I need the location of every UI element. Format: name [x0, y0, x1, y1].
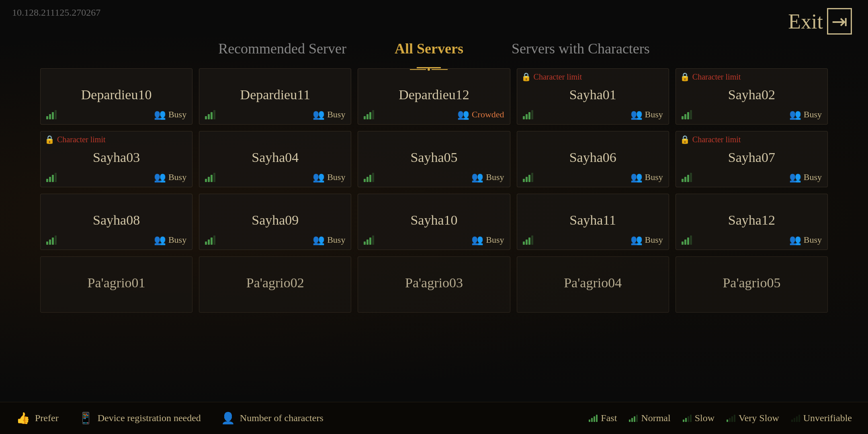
speed-normal: Normal [629, 413, 670, 424]
status-icon: 👥 [471, 172, 483, 183]
exit-button[interactable]: Exit ⇥ [788, 8, 852, 35]
lock-icon: 🔒 [521, 72, 531, 82]
signal-bars [205, 235, 215, 245]
tab-servers-with-characters[interactable]: Servers with Characters [487, 32, 674, 65]
legend-bar: 👍 Prefer 📱 Device registration needed 👤 … [0, 402, 868, 434]
signal-bars [523, 235, 533, 245]
status-icon: 👥 [789, 234, 801, 246]
status-text: Busy [645, 235, 663, 245]
server-name: Sayha09 [252, 213, 299, 228]
server-card-sayha02[interactable]: 🔒 Character limit Sayha02 👥 Busy [676, 68, 828, 125]
status-text: Busy [168, 172, 186, 182]
server-footer: 👥 Busy [46, 172, 186, 183]
server-footer: 👥 Busy [205, 234, 345, 246]
speed-very-slow: Very Slow [727, 413, 779, 424]
device-reg-icon: 📱 [79, 411, 93, 425]
server-card-sayha11[interactable]: Sayha11 👥 Busy [517, 194, 669, 250]
server-card-paagrio03[interactable]: Pa'agrio03 [358, 256, 510, 313]
server-footer: 👥 Busy [682, 234, 822, 246]
num-chars-icon: 👤 [221, 411, 235, 425]
server-name: Depardieu11 [240, 87, 310, 102]
server-status: 👥 Busy [631, 234, 663, 246]
server-card-sayha07[interactable]: 🔒 Character limit Sayha07 👥 Busy [676, 131, 828, 187]
server-footer: 👥 Busy [523, 234, 663, 246]
server-status: 👥 Busy [154, 172, 186, 183]
server-card-depardieu10[interactable]: Depardieu10 👥 Busy [40, 68, 192, 125]
server-footer: 👥 Busy [46, 109, 186, 120]
server-card-paagrio05[interactable]: Pa'agrio05 [676, 256, 828, 313]
server-status: 👥 Busy [154, 109, 186, 120]
tab-all-servers[interactable]: All Servers [371, 32, 487, 65]
server-card-paagrio01[interactable]: Pa'agrio01 [40, 256, 192, 313]
fast-bars [589, 415, 598, 422]
server-name: Sayha05 [410, 150, 457, 165]
lock-icon: 🔒 [680, 72, 690, 82]
signal-bars [205, 173, 215, 182]
server-card-sayha01[interactable]: 🔒 Character limit Sayha01 👥 Busy [517, 68, 669, 125]
server-status: 👥 Busy [154, 234, 186, 246]
server-card-sayha08[interactable]: Sayha08 👥 Busy [40, 194, 192, 250]
server-card-sayha05[interactable]: Sayha05 👥 Busy [358, 131, 510, 187]
signal-bars [364, 110, 374, 119]
server-card-sayha09[interactable]: Sayha09 👥 Busy [199, 194, 351, 250]
server-card-depardieu11[interactable]: Depardieu11 👥 Busy [199, 68, 351, 125]
slow-bars [683, 415, 692, 422]
status-icon: 👥 [631, 109, 643, 120]
server-status: 👥 Crowded [457, 109, 504, 120]
status-text: Busy [327, 109, 345, 120]
status-icon: 👥 [313, 172, 325, 183]
server-footer: 👥 Busy [205, 172, 345, 183]
server-card-sayha10[interactable]: Sayha10 👥 Busy [358, 194, 510, 250]
server-name: Sayha03 [93, 150, 140, 165]
legend-num-chars: 👤 Number of characters [221, 411, 323, 425]
server-name: Sayha04 [252, 150, 299, 165]
speed-slow: Slow [683, 413, 714, 424]
status-icon: 👥 [789, 172, 801, 183]
status-text: Busy [168, 109, 186, 120]
server-card-sayha03[interactable]: 🔒 Character limit Sayha03 👥 Busy [40, 131, 192, 187]
status-icon: 👥 [631, 234, 643, 246]
speed-unverifiable: Unverifiable [791, 413, 852, 424]
server-footer: 👥 Busy [682, 109, 822, 120]
server-name: Depardieu12 [399, 87, 469, 102]
lock-icon: 🔒 [45, 135, 55, 144]
server-card-paagrio02[interactable]: Pa'agrio02 [199, 256, 351, 313]
status-icon: 👥 [789, 109, 801, 120]
exit-label: Exit [788, 10, 823, 33]
legend-prefer: 👍 Prefer [16, 411, 59, 425]
server-name: Sayha11 [569, 213, 616, 228]
exit-icon: ⇥ [827, 8, 852, 35]
server-card-paagrio04[interactable]: Pa'agrio04 [517, 256, 669, 313]
signal-bars [46, 235, 57, 245]
server-footer: 👥 Busy [364, 172, 504, 183]
signal-bars [682, 235, 692, 245]
server-footer: 👥 Busy [46, 234, 186, 246]
server-status: 👥 Busy [471, 234, 504, 246]
signal-bars [364, 173, 374, 182]
server-card-sayha06[interactable]: Sayha06 👥 Busy [517, 131, 669, 187]
status-icon: 👥 [457, 109, 469, 120]
tab-recommended[interactable]: Recommended Server [194, 32, 371, 65]
char-limit-badge: 🔒 Character limit [680, 135, 741, 144]
normal-bars [629, 415, 638, 422]
server-name: Sayha01 [569, 87, 616, 102]
server-name: Pa'agrio02 [246, 275, 304, 291]
tab-navigation: Recommended Server All Servers Servers w… [0, 32, 868, 65]
server-card-depardieu12[interactable]: Depardieu12 👥 Crowded [358, 68, 510, 125]
status-icon: 👥 [154, 172, 166, 183]
server-name: Pa'agrio01 [88, 275, 145, 291]
signal-bars [523, 110, 533, 119]
server-status: 👥 Busy [313, 234, 345, 246]
server-grid: Depardieu10 👥 Busy Depardieu11 [40, 64, 828, 317]
server-name: Pa'agrio05 [723, 275, 780, 291]
signal-bars [46, 110, 57, 119]
server-card-sayha12[interactable]: Sayha12 👥 Busy [676, 194, 828, 250]
server-name: Sayha08 [93, 213, 140, 228]
server-status: 👥 Busy [789, 172, 822, 183]
char-limit-badge: 🔒 Character limit [521, 72, 582, 82]
lock-icon: 🔒 [680, 135, 690, 144]
server-name: Sayha07 [728, 150, 775, 165]
server-status: 👥 Busy [631, 172, 663, 183]
server-card-sayha04[interactable]: Sayha04 👥 Busy [199, 131, 351, 187]
server-grid-container: Depardieu10 👥 Busy Depardieu11 [40, 64, 828, 394]
